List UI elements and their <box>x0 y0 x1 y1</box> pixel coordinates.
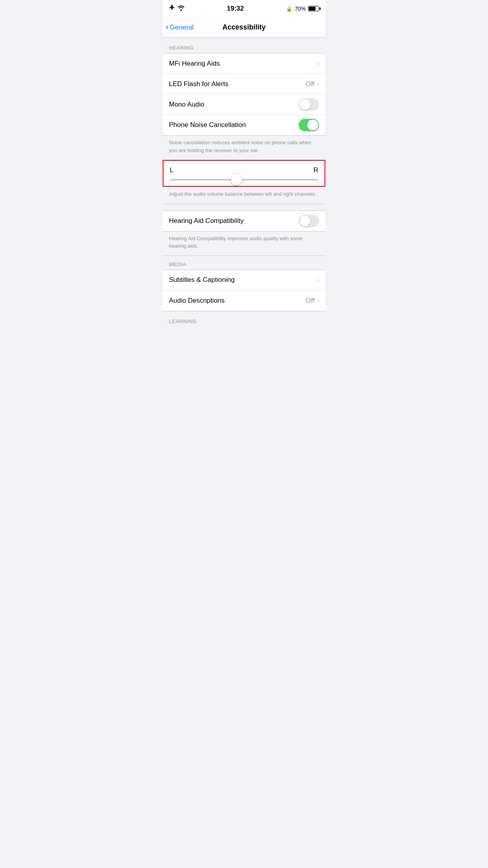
phone-noise-cancellation-row: Phone Noise Cancellation <box>163 115 325 135</box>
slider-track <box>170 179 318 180</box>
back-button[interactable]: ‹ General <box>166 23 194 31</box>
mfi-hearing-aids-label: MFi Hearing Aids <box>169 60 220 68</box>
phone-noise-cancellation-label: Phone Noise Cancellation <box>169 121 246 129</box>
media-section-header: MEDIA <box>163 256 325 270</box>
hearing-group: MFi Hearing Aids › LED Flash for Alerts … <box>163 53 325 136</box>
media-group: Subtitles & Captioning › Audio Descripti… <box>163 270 325 311</box>
chevron-right-icon: › <box>317 60 319 67</box>
led-flash-right: Off › <box>306 80 319 88</box>
status-left-icons <box>169 5 185 13</box>
status-bar: 19:32 🔒 70% <box>163 0 325 17</box>
slider-right-label: R <box>314 166 318 174</box>
led-flash-value: Off <box>306 80 314 88</box>
slider-labels-row: L R <box>163 161 325 176</box>
audio-descriptions-row[interactable]: Audio Descriptions Off › <box>163 291 325 311</box>
hearing-aid-description-text: Hearing Aid Compatibility improves audio… <box>169 235 303 249</box>
mono-audio-toggle-thumb <box>299 99 310 110</box>
chevron-right-icon: › <box>317 276 319 283</box>
status-time: 19:32 <box>227 5 244 13</box>
audio-balance-section: L R <box>163 160 325 187</box>
page-title: Accessibility <box>222 23 266 31</box>
hearing-aid-compatibility-label: Hearing Aid Compatibility <box>169 217 244 225</box>
audio-descriptions-right: Off › <box>306 297 319 305</box>
hearing-aid-toggle-thumb <box>299 215 310 226</box>
battery-icon <box>308 6 319 11</box>
led-flash-row[interactable]: LED Flash for Alerts Off › <box>163 74 325 94</box>
hearing-aid-group: Hearing Aid Compatibility <box>163 210 325 232</box>
mfi-hearing-aids-row[interactable]: MFi Hearing Aids › <box>163 53 325 74</box>
subtitles-captioning-label: Subtitles & Captioning <box>169 276 235 284</box>
mono-audio-row: Mono Audio <box>163 94 325 115</box>
subtitles-captioning-right: › <box>317 276 319 283</box>
chevron-left-icon: ‹ <box>166 23 169 31</box>
slider-thumb[interactable] <box>231 174 242 185</box>
audio-descriptions-label: Audio Descriptions <box>169 297 225 305</box>
led-flash-label: LED Flash for Alerts <box>169 80 228 88</box>
audio-balance-description: Adjust the audio volume balance between … <box>163 187 325 204</box>
hearing-aid-description: Hearing Aid Compatibility improves audio… <box>163 232 325 256</box>
hearing-section-header: HEARING <box>163 38 325 53</box>
mfi-hearing-aids-right: › <box>317 60 319 67</box>
phone-noise-cancellation-toggle-thumb <box>307 120 318 131</box>
airplane-icon <box>169 5 175 13</box>
subtitles-captioning-row[interactable]: Subtitles & Captioning › <box>163 270 325 291</box>
nav-bar: ‹ General Accessibility <box>163 17 325 38</box>
audio-descriptions-value: Off <box>306 297 314 305</box>
mono-audio-label: Mono Audio <box>169 101 204 108</box>
hearing-aid-compatibility-row: Hearing Aid Compatibility <box>163 211 325 231</box>
mono-audio-toggle[interactable] <box>299 98 319 111</box>
hearing-aid-toggle[interactable] <box>299 215 319 227</box>
chevron-right-icon: › <box>317 81 319 88</box>
phone-noise-cancellation-toggle[interactable] <box>299 119 319 131</box>
noise-cancellation-description: Noise cancellation reduces ambient noise… <box>163 136 325 160</box>
status-right: 🔒 70% <box>286 6 319 12</box>
battery-percent: 70% <box>295 6 306 12</box>
chevron-right-icon: › <box>317 297 319 304</box>
learning-section-header: LEARNING <box>163 311 325 328</box>
slider-left-label: L <box>170 166 173 174</box>
back-label: General <box>170 24 193 31</box>
wifi-icon <box>178 5 185 12</box>
lock-screen-icon: 🔒 <box>286 6 292 12</box>
slider-container[interactable] <box>163 176 325 186</box>
